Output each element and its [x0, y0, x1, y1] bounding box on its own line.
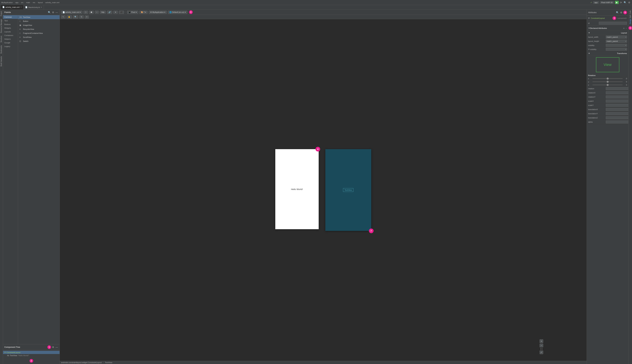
palette-item-scrollview[interactable]: ≡ ScrollView: [18, 35, 60, 39]
layout-height-value[interactable]: match_parent ▾: [606, 40, 627, 43]
rotation-z-slider[interactable]: [592, 84, 623, 85]
zoom-fit-button[interactable]: ⤢: [540, 350, 543, 354]
translationX-input[interactable]: [606, 108, 628, 111]
sync-button[interactable]: ⟳: [620, 1, 622, 4]
tab-mainactivity[interactable]: 📄 MainActivity.kt ✕: [24, 5, 44, 10]
sidebar-tab-build[interactable]: Build Variants: [0, 55, 3, 68]
declared-add-button[interactable]: +: [623, 26, 625, 30]
device-selector-button-2[interactable]: 📱 Pixel ▾: [127, 11, 138, 14]
breadcrumb-main[interactable]: main: [26, 2, 30, 4]
palette-item-switch[interactable]: ⊡ Switch: [18, 39, 60, 43]
palette-settings-button[interactable]: ⚙: [52, 11, 54, 14]
padding-button[interactable]: 0dp: [100, 11, 106, 14]
theme-selector-button[interactable]: 🎨 T ▾: [139, 11, 148, 14]
sidebar-tab-structure[interactable]: Structure: [0, 34, 3, 44]
translationY-input[interactable]: [606, 112, 628, 115]
attr-visibility-2: 👁 visibility ▾: [587, 48, 628, 52]
app-selector-button[interactable]: app: [593, 1, 599, 4]
pan-button[interactable]: ✋: [66, 15, 72, 18]
align-button[interactable]: ⬛: [119, 11, 124, 14]
declared-attributes-header[interactable]: ▼ Declared Attributes + -: [587, 26, 628, 31]
palette-cat-widgets[interactable]: Widgets: [3, 26, 18, 30]
zoom-button[interactable]: 🔍: [73, 15, 78, 18]
breadcrumb-file[interactable]: activity_main.xml: [46, 2, 60, 4]
rotate-button[interactable]: ↻: [79, 15, 84, 18]
breadcrumb-layout[interactable]: layout: [38, 2, 43, 4]
breadcrumb-app2[interactable]: app: [15, 2, 18, 4]
visibility-value[interactable]: ▾: [606, 44, 627, 47]
device-selector-button[interactable]: Pixel 4 API 30: [600, 1, 614, 4]
constraint-button[interactable]: 🔗: [107, 11, 112, 14]
palette-minimize-button[interactable]: —: [55, 11, 58, 14]
settings-button[interactable]: ⚙: [628, 1, 631, 4]
sidebar-tab-resource[interactable]: Resource Manager: [0, 18, 3, 34]
palette-item-recyclerview[interactable]: ≡ RecyclerView: [18, 27, 60, 31]
orientation-button[interactable]: ○: [95, 11, 99, 14]
rotationY-input[interactable]: [606, 96, 628, 98]
palette-item-button[interactable]: □ Button: [18, 19, 60, 23]
text-tool-button[interactable]: T: [85, 16, 89, 18]
breadcrumb-src[interactable]: src: [21, 2, 24, 4]
tab-activity-main-close[interactable]: ✕: [20, 6, 22, 8]
translationZ-label: translationZ: [588, 117, 605, 119]
component-tree-header: Component Tree 1 ⚙ —: [3, 344, 60, 350]
blueprint-mode-button[interactable]: ⬢: [89, 11, 94, 14]
tab-activity-main[interactable]: 📄 activity_main.xml ✕: [1, 5, 24, 10]
search-button[interactable]: 🔍: [623, 1, 627, 4]
component-tree-minimize-button[interactable]: —: [55, 346, 58, 349]
locale-selector-button[interactable]: 🌐 Default (en-us) ▾: [168, 11, 187, 14]
translationZ-input[interactable]: [606, 116, 628, 119]
title-bar: MyApplication › app › src › main › res ›…: [0, 0, 632, 5]
component-tree-settings-button[interactable]: ⚙: [52, 346, 54, 349]
split-view-button[interactable]: Split: [629, 15, 631, 18]
rotation-y-value: 0: [624, 81, 627, 83]
rotation-x-slider[interactable]: [592, 78, 623, 79]
palette-cat-common[interactable]: Common: [3, 15, 18, 19]
layout-width-value[interactable]: match_parent ▾: [606, 36, 627, 38]
palette-cat-buttons[interactable]: Buttons: [3, 22, 18, 26]
layout-section-header[interactable]: ▼ Layout: [587, 31, 628, 35]
canvas-area[interactable]: 4 Hello World! TextView 7 + − 1:1 ⤢: [60, 19, 586, 361]
zoom-in-button[interactable]: +: [540, 339, 543, 343]
sidebar-tab-project[interactable]: Project: [0, 10, 3, 18]
tab-mainactivity-close[interactable]: ✕: [41, 6, 42, 8]
palette-cat-layouts[interactable]: Layouts: [3, 30, 18, 34]
palette-item-imageview[interactable]: ▣ ImageView: [18, 23, 60, 27]
scaleX-input[interactable]: [606, 100, 628, 102]
breadcrumb-app[interactable]: MyApplication: [1, 2, 13, 4]
app-selector-button-2[interactable]: ⚙ MyApplication ▾: [149, 11, 167, 14]
palette-cat-legacy[interactable]: Legacy: [3, 44, 18, 48]
code-view-button[interactable]: Code: [629, 10, 631, 14]
palette-cat-text[interactable]: Text: [3, 19, 18, 22]
palette-item-textview[interactable]: Ab TextView: [18, 15, 60, 19]
palette-cat-containers[interactable]: Containers: [3, 34, 18, 37]
palette-cat-google[interactable]: Google: [3, 41, 18, 44]
comp-tree-constraintlayout[interactable]: ⟳ ConstraintLayout: [3, 351, 60, 354]
select-button[interactable]: ↖: [61, 15, 66, 18]
alpha-input[interactable]: [606, 120, 628, 124]
attributes-settings-button[interactable]: ⚙: [620, 11, 623, 14]
rotationX-input[interactable]: [606, 91, 628, 94]
attr-id-input[interactable]: [599, 22, 627, 25]
design-view-button[interactable]: Design: [629, 19, 631, 24]
palette-search-button[interactable]: 🔍: [48, 11, 51, 14]
blueprint-preview[interactable]: TextView: [325, 149, 371, 231]
transforms-section-header[interactable]: ▼ Transforms: [587, 52, 628, 56]
rotation-y-slider[interactable]: [592, 82, 623, 82]
file-selector-button[interactable]: 📄 activity_main.xml ▾: [61, 11, 82, 14]
breadcrumb-res[interactable]: res: [33, 2, 35, 4]
palette-cat-helpers[interactable]: Helpers: [3, 37, 18, 41]
run-button[interactable]: ▶: [615, 1, 619, 4]
attributes-search-button[interactable]: 🔍: [616, 11, 619, 14]
visibility-2-value[interactable]: ▾: [606, 48, 627, 51]
zoom-out-button[interactable]: −: [540, 344, 543, 347]
phone-preview[interactable]: Hello World!: [275, 149, 319, 229]
rotation-field-input[interactable]: [606, 87, 628, 90]
comp-tree-textview[interactable]: Ab TextView "Hello World!": [3, 354, 60, 357]
sidebar-tab-bookmarks[interactable]: Bookmarks: [0, 44, 3, 55]
design-mode-button[interactable]: ⬡: [84, 11, 88, 14]
declared-remove-button[interactable]: -: [626, 26, 627, 30]
palette-item-fragmentcontainerview[interactable]: □ FragmentContainerView: [18, 31, 60, 35]
scaleY-input[interactable]: [606, 104, 628, 107]
infer-constraints-button[interactable]: ✦: [113, 11, 118, 14]
